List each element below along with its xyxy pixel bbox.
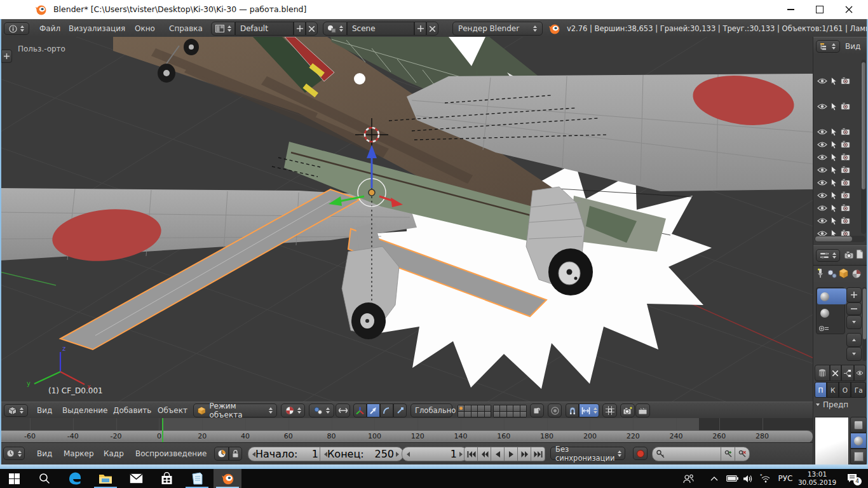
clock-indicator[interactable]: 13:01 30.05.2019 [797,469,837,488]
tl-menu-playback[interactable]: Воспроизведение [135,449,207,458]
volume-indicator[interactable] [740,469,757,488]
snap-target-button[interactable] [602,403,617,417]
close-button[interactable] [834,0,864,19]
preview-panel-header[interactable]: Предп [816,400,848,409]
tray-expand-button[interactable] [705,469,723,488]
renderable-camera-icon[interactable] [841,166,850,173]
halo-button[interactable]: Га [851,382,866,398]
layer-cell[interactable] [458,412,464,417]
selectable-cursor-icon[interactable] [831,77,837,85]
pin-icon[interactable] [816,268,825,278]
toolshelf-expand-tab[interactable] [1,50,12,63]
outliner-vscrollbar[interactable] [861,60,866,234]
preview-sphere-button[interactable] [850,433,867,449]
people-button[interactable] [679,469,698,488]
scene-tab-icon[interactable] [855,249,864,259]
visibility-eye-icon[interactable] [817,103,827,110]
visibility-eye-icon[interactable] [817,78,827,85]
outliner-row[interactable] [817,202,863,214]
manipulate-centers-toggle[interactable] [336,403,350,417]
editor-type-button[interactable] [816,249,840,262]
pin-id-button[interactable] [854,365,866,381]
object-data-tab-icon[interactable] [838,268,849,279]
outliner-row[interactable] [817,139,863,150]
render-tab-icon[interactable] [844,250,854,259]
opengl-render-anim-button[interactable] [635,403,650,417]
layer-cell[interactable] [478,405,484,411]
jump-end-button[interactable] [531,447,545,461]
viewport-shading-dropdown[interactable] [281,403,305,417]
selectable-cursor-icon[interactable] [831,140,837,149]
lock-to-scene-toggle[interactable] [530,403,544,417]
layout-delete-button[interactable] [306,22,318,36]
visibility-eye-icon[interactable] [817,154,827,161]
timeline-ruler[interactable]: -60-40-200204060801001201401601802002202… [0,430,813,444]
delete-keyframe-button[interactable] [735,447,750,461]
current-frame-field[interactable]: 1 [402,447,468,461]
jump-start-button[interactable] [464,447,478,461]
visibility-eye-icon[interactable] [817,179,827,186]
mail-button[interactable] [122,469,150,488]
timeline-track[interactable] [0,418,813,430]
renderable-camera-icon[interactable] [841,191,850,199]
outliner-row[interactable] [817,177,863,188]
end-frame-field[interactable]: Конец: 250 [320,447,403,461]
menu-help[interactable]: Справка [169,24,203,33]
tl-menu-view[interactable]: Вид [37,449,52,458]
v3d-menu-select[interactable]: Выделение [62,406,107,415]
outliner-hscrollbar[interactable] [815,236,865,242]
visibility-eye-icon[interactable] [817,192,827,199]
manipulator-toggle-button[interactable] [353,403,367,417]
edge-button[interactable] [61,469,89,488]
visibility-eye-icon[interactable] [817,128,827,135]
unlink-material-button[interactable] [830,365,841,381]
selectable-cursor-icon[interactable] [831,102,837,111]
orientation-dropdown[interactable]: Глобально [410,403,452,417]
prev-keyframe-button[interactable] [477,447,492,461]
keying-set-field[interactable] [652,447,729,461]
layer-cell[interactable] [478,412,484,417]
outliner-row[interactable] [817,75,863,86]
snap-toggle[interactable] [566,403,579,417]
wire-button[interactable]: К [827,382,839,398]
render-engine-dropdown[interactable]: Рендер Blender [452,22,543,36]
language-indicator[interactable]: РУС [774,469,797,488]
layer-cell[interactable] [507,412,513,417]
editor-type-button[interactable] [4,404,28,417]
network-indicator[interactable]: * [756,469,774,488]
battery-indicator[interactable] [723,469,741,488]
scene-browse-button[interactable] [323,22,347,36]
snap-element-dropdown[interactable] [579,403,599,417]
visibility-eye-icon[interactable] [817,217,827,224]
outliner-row[interactable] [817,100,863,112]
menu-render[interactable]: Визуализация [69,24,125,33]
volume-button[interactable]: О [839,382,851,398]
translate-manipulator-button[interactable] [367,403,380,417]
object-tab-icon[interactable] [827,269,837,278]
action-center-button[interactable]: 4 [840,469,865,488]
selectable-cursor-icon[interactable] [831,191,837,200]
visibility-eye-icon[interactable] [817,166,827,173]
preview-cube-button[interactable] [850,449,867,464]
editor-type-button[interactable] [4,22,29,35]
renderable-camera-icon[interactable] [841,77,850,85]
preview-flat-button[interactable] [850,417,867,433]
maximize-button[interactable] [805,0,834,19]
outliner-row[interactable] [817,189,863,201]
layer-cell[interactable] [485,412,491,417]
layer-cell[interactable] [520,405,526,411]
window-titlebar[interactable]: Blender* [C:\Users\tvister\Desktop\Ki-30… [0,0,868,20]
preview-range-toggle[interactable] [214,447,229,461]
selectable-cursor-icon[interactable] [831,128,837,136]
slot-specials-button[interactable] [846,315,862,329]
remove-slot-button[interactable] [846,302,862,315]
opengl-render-button[interactable] [620,403,635,417]
visibility-eye-icon[interactable] [817,141,827,148]
v3d-menu-view[interactable]: Вид [37,406,52,415]
store-button[interactable] [153,469,180,488]
selectable-cursor-icon[interactable] [831,204,837,212]
material-slot-list[interactable] [816,287,845,334]
layer-cell[interactable] [520,412,526,417]
renderable-camera-icon[interactable] [841,153,850,161]
mode-dropdown[interactable]: Режим объекта [193,403,277,417]
